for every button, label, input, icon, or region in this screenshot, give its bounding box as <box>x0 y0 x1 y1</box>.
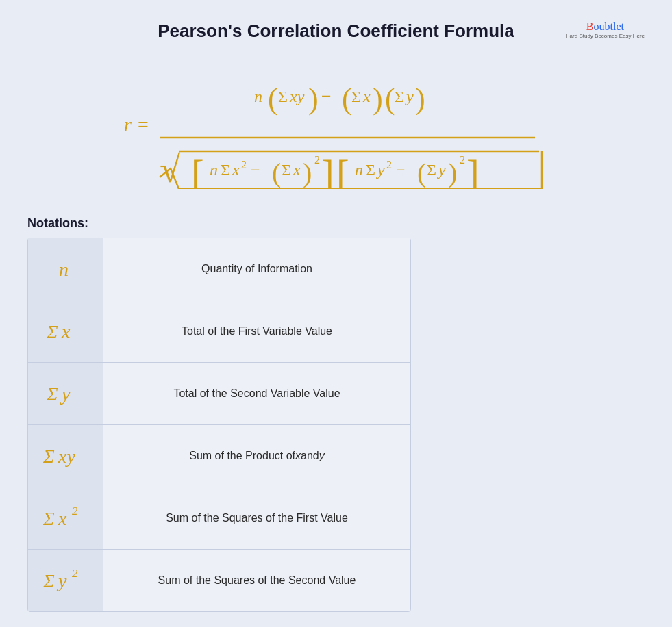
svg-text:2: 2 <box>72 504 78 517</box>
desc-sigma-y2: Sum of the Squares of the Second Value <box>103 550 410 611</box>
symbol-sigma-y: Σ y <box>28 363 103 424</box>
symbol-n: n <box>28 238 103 300</box>
notations-label: Notations: <box>27 216 645 231</box>
svg-text:−: − <box>321 86 332 106</box>
svg-text:Σ: Σ <box>42 508 55 529</box>
symbol-sigma-xy: Σ xy <box>28 425 103 487</box>
svg-text:r: r <box>124 114 132 135</box>
svg-text:y: y <box>60 383 71 405</box>
svg-text:Σ: Σ <box>221 161 230 179</box>
svg-text:Σ: Σ <box>42 570 55 591</box>
symbol-sigma-x2: Σ x 2 <box>28 487 103 549</box>
svg-text:Σ: Σ <box>395 88 404 105</box>
svg-text:y: y <box>376 161 385 179</box>
svg-text:(: ( <box>268 82 278 116</box>
svg-text:2: 2 <box>386 159 392 170</box>
page: Pearson's Correlation Coefficient Formul… <box>0 0 672 627</box>
notations-table: n Quantity of Information Σ x Total of t… <box>27 238 411 612</box>
symbol-sigma-y2: Σ y 2 <box>28 550 103 611</box>
svg-text:Σ: Σ <box>351 88 361 105</box>
svg-text:y: y <box>56 570 67 591</box>
svg-text:2: 2 <box>72 567 78 580</box>
symbol-sigma-x2-svg: Σ x 2 <box>42 501 90 535</box>
svg-text:√: √ <box>160 149 181 189</box>
logo: Boubtlet <box>586 21 624 33</box>
desc-sigma-x2: Sum of the Squares of the First Value <box>103 487 410 549</box>
desc-sigma-xy-x: x <box>295 450 301 462</box>
desc-sigma-x: Total of the First Variable Value <box>103 300 410 362</box>
symbol-sigma-x-svg: Σ x <box>45 314 86 348</box>
desc-sigma-xy-y: y <box>319 450 325 462</box>
formula-area: r = n ( Σ xy ) − ( Σ x ) ( Σ y ) <box>27 55 645 196</box>
svg-text:(: ( <box>342 82 352 116</box>
svg-text:Σ: Σ <box>46 383 58 405</box>
svg-text:x: x <box>293 161 301 179</box>
table-row: Σ y 2 Sum of the Squares of the Second V… <box>27 549 411 612</box>
svg-text:xy: xy <box>58 446 75 467</box>
svg-text:(: ( <box>272 157 281 188</box>
logo-area: Boubtlet Hard Study Becomes Easy Here <box>566 21 645 39</box>
table-row: Σ y Total of the Second Variable Value <box>27 362 411 425</box>
svg-text:]: ] <box>321 153 334 189</box>
svg-text:): ) <box>308 82 319 116</box>
svg-text:−: − <box>251 161 260 179</box>
logo-b-letter: B <box>586 21 594 32</box>
svg-text:(: ( <box>417 157 426 188</box>
svg-text:2: 2 <box>460 154 465 166</box>
svg-text:=: = <box>138 114 149 135</box>
svg-text:Σ: Σ <box>278 88 288 105</box>
svg-text:]: ] <box>466 153 480 189</box>
svg-text:n: n <box>210 161 218 179</box>
svg-text:): ) <box>303 157 312 188</box>
symbol-sigma-y-svg: Σ y <box>45 376 86 411</box>
svg-text:n: n <box>59 259 69 280</box>
svg-text:2: 2 <box>241 159 247 170</box>
svg-text:xy: xy <box>289 88 305 105</box>
table-row: Σ x Total of the First Variable Value <box>27 300 411 363</box>
svg-text:x: x <box>61 321 71 342</box>
desc-sigma-xy-text-1: Sum of the Product of <box>189 450 295 462</box>
symbol-sigma-x: Σ x <box>28 300 103 362</box>
symbol-sigma-y2-svg: Σ y 2 <box>42 563 90 598</box>
desc-sigma-xy: Sum of the Product of x and y <box>103 425 410 487</box>
svg-text:n: n <box>355 161 363 179</box>
page-title: Pearson's Correlation Coefficient Formul… <box>158 21 514 42</box>
svg-text:[: [ <box>336 153 349 189</box>
table-row: Σ xy Sum of the Product of x and y <box>27 424 411 487</box>
symbol-sigma-xy-svg: Σ xy <box>42 439 90 473</box>
svg-text:x: x <box>58 508 67 529</box>
header-area: Pearson's Correlation Coefficient Formul… <box>27 21 645 42</box>
svg-text:y: y <box>437 161 446 179</box>
logo-rest-text: oubtlet <box>594 21 624 32</box>
desc-n: Quantity of Information <box>103 238 410 300</box>
svg-text:): ) <box>415 82 425 116</box>
svg-text:): ) <box>373 82 383 116</box>
svg-text:Σ: Σ <box>282 161 291 179</box>
desc-sigma-xy-and: and <box>301 450 319 462</box>
svg-text:y: y <box>405 88 414 105</box>
svg-text:x: x <box>362 88 371 105</box>
svg-text:Σ: Σ <box>42 446 55 467</box>
formula-svg: r = n ( Σ xy ) − ( Σ x ) ( Σ y ) <box>103 62 569 189</box>
svg-text:Σ: Σ <box>366 161 375 179</box>
table-row: n Quantity of Information <box>27 238 411 300</box>
svg-text:2: 2 <box>314 154 320 166</box>
svg-text:): ) <box>448 157 457 188</box>
svg-text:Σ: Σ <box>46 321 58 342</box>
table-row: Σ x 2 Sum of the Squares of the First Va… <box>27 487 411 550</box>
svg-text:n: n <box>254 88 262 105</box>
desc-sigma-y: Total of the Second Variable Value <box>103 363 410 424</box>
svg-text:(: ( <box>385 82 395 116</box>
svg-text:Σ: Σ <box>427 161 436 179</box>
svg-text:x: x <box>232 161 240 179</box>
svg-text:−: − <box>396 161 406 179</box>
symbol-n-svg: n <box>55 252 76 286</box>
logo-tagline: Hard Study Becomes Easy Here <box>566 33 645 39</box>
svg-text:[: [ <box>191 153 204 189</box>
